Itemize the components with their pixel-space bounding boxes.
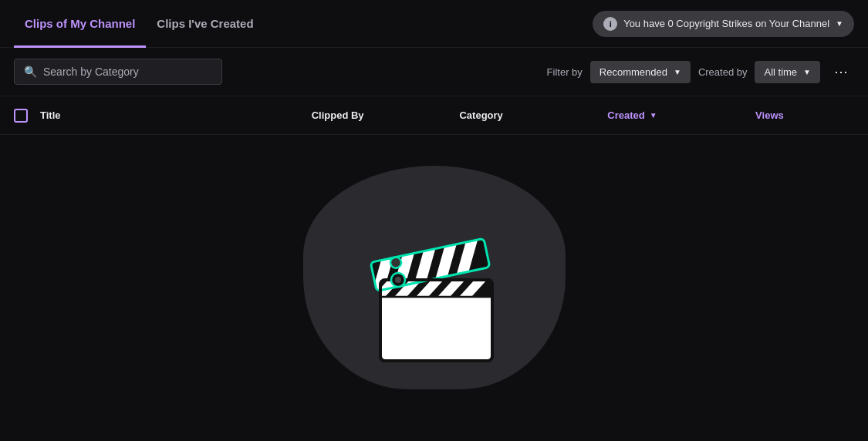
clapperboard-illustration: [346, 195, 523, 375]
col-clipped-by: Clipped By: [312, 109, 460, 121]
empty-state: [0, 135, 868, 405]
checkbox-icon[interactable]: [14, 109, 28, 123]
filter-bar: 🔍 Filter by Recommended ▼ Created by All…: [0, 48, 868, 96]
col-views: Views: [755, 109, 854, 121]
tab-ive-created[interactable]: Clips I've Created: [146, 1, 264, 48]
all-time-label: All time: [764, 66, 797, 78]
col-title: Title: [40, 109, 312, 121]
copyright-badge[interactable]: i You have 0 Copyright Strikes on Your C…: [593, 11, 854, 37]
copyright-text: You have 0 Copyright Strikes on Your Cha…: [623, 18, 829, 29]
search-input[interactable]: [43, 66, 212, 78]
select-all-checkbox[interactable]: [14, 109, 28, 123]
col-category: Category: [459, 109, 607, 121]
chevron-down-icon: ▼: [803, 68, 811, 76]
search-icon: 🔍: [24, 66, 37, 78]
chevron-down-icon: ▼: [836, 19, 843, 28]
filter-controls: Filter by Recommended ▼ Created by All t…: [547, 59, 854, 85]
svg-point-21: [395, 277, 401, 283]
nav-tabs: Clips of My Channel Clips I've Created: [14, 0, 265, 47]
more-options-button[interactable]: ⋯: [828, 59, 854, 85]
search-box[interactable]: 🔍: [14, 59, 222, 85]
created-by-label: Created by: [698, 66, 748, 78]
all-time-dropdown[interactable]: All time ▼: [755, 61, 820, 83]
top-navigation: Clips of My Channel Clips I've Created i…: [0, 0, 868, 48]
chevron-down-icon: ▼: [674, 68, 681, 76]
tab-my-channel[interactable]: Clips of My Channel: [14, 1, 146, 48]
col-created[interactable]: Created ▼: [607, 109, 755, 121]
filter-by-label: Filter by: [547, 66, 583, 78]
recommended-dropdown[interactable]: Recommended ▼: [590, 61, 691, 83]
table-header: Title Clipped By Category Created ▼ View…: [0, 96, 868, 135]
sort-icon: ▼: [650, 111, 657, 120]
info-icon: i: [603, 17, 617, 31]
recommended-label: Recommended: [599, 66, 667, 78]
